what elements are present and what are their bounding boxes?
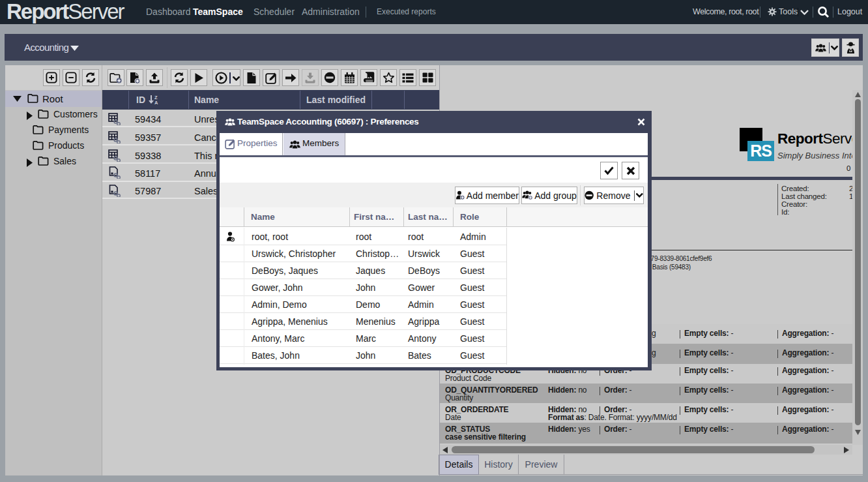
svg-text:A: A: [154, 100, 158, 105]
